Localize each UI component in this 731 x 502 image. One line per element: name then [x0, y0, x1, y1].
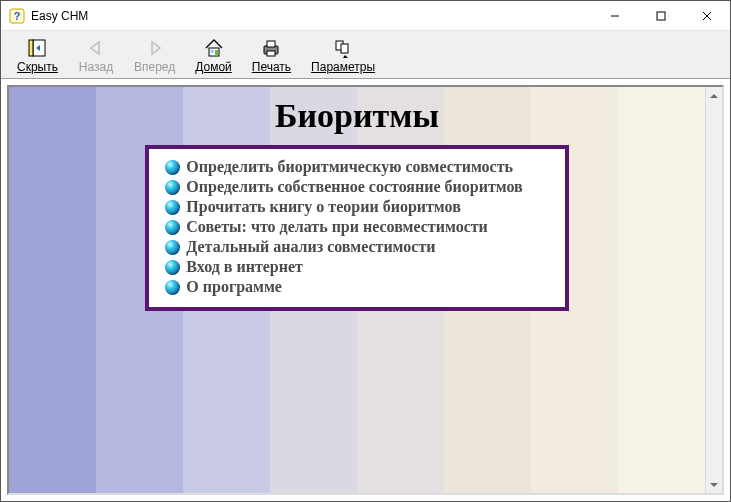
forward-arrow-icon	[144, 37, 166, 59]
help-viewer: Биоритмы Определить биоритмическую совме…	[7, 85, 724, 495]
globe-icon	[165, 280, 180, 295]
titlebar: ? Easy CHM	[1, 1, 730, 31]
link-text: Детальный анализ совместимости	[186, 238, 435, 256]
vertical-scrollbar[interactable]	[705, 87, 722, 493]
link-text: Определить биоритмическую совместимость	[186, 158, 513, 176]
back-arrow-icon	[85, 37, 107, 59]
svg-rect-15	[341, 44, 348, 53]
link-item[interactable]: Определить биоритмическую совместимость	[165, 157, 522, 177]
globe-icon	[165, 180, 180, 195]
globe-icon	[165, 200, 180, 215]
svg-rect-9	[215, 50, 218, 56]
help-page: Биоритмы Определить биоритмическую совме…	[9, 87, 705, 493]
page-title: Биоритмы	[9, 97, 705, 135]
app-icon: ?	[9, 8, 25, 24]
window-title: Easy CHM	[31, 9, 88, 23]
print-icon	[260, 37, 282, 59]
toolbar-print-button[interactable]: Печать	[242, 31, 301, 78]
content-frame: Биоритмы Определить биоритмическую совме…	[1, 79, 730, 501]
options-icon	[332, 37, 354, 59]
toolbar-hide-label: Скрыть	[17, 60, 58, 74]
svg-rect-13	[267, 51, 275, 56]
toolbar-options-label: Параметры	[311, 60, 375, 74]
link-item[interactable]: Детальный анализ совместимости	[165, 237, 522, 257]
link-item[interactable]: О программе	[165, 277, 522, 297]
toolbar-forward-label: Вперед	[134, 60, 175, 74]
hide-icon	[26, 37, 48, 59]
toolbar-print-label: Печать	[252, 60, 291, 74]
toolbar-back-label: Назад	[79, 60, 113, 74]
globe-icon	[165, 160, 180, 175]
link-text: Вход в интернет	[186, 258, 303, 276]
toolbar: Скрыть Назад Вперед Домой Печать Парамет…	[1, 31, 730, 79]
toolbar-options-button[interactable]: Параметры	[301, 31, 385, 78]
globe-icon	[165, 260, 180, 275]
link-text: Советы: что делать при несовместимости	[186, 218, 488, 236]
svg-rect-7	[29, 40, 33, 56]
toolbar-home-label: Домой	[195, 60, 232, 74]
home-icon	[203, 37, 225, 59]
toolbar-hide-button[interactable]: Скрыть	[7, 31, 68, 78]
toolbar-home-button[interactable]: Домой	[185, 31, 242, 78]
link-item[interactable]: Прочитать книгу о теории биоритмов	[165, 197, 522, 217]
svg-rect-12	[267, 41, 275, 47]
scroll-down-icon[interactable]	[706, 476, 723, 493]
globe-icon	[165, 220, 180, 235]
close-button[interactable]	[684, 1, 730, 31]
svg-text:?: ?	[14, 10, 21, 22]
scroll-up-icon[interactable]	[706, 87, 723, 104]
svg-rect-10	[210, 50, 213, 53]
link-text: Прочитать книгу о теории биоритмов	[186, 198, 460, 216]
toolbar-forward-button: Вперед	[124, 31, 185, 78]
minimize-button[interactable]	[592, 1, 638, 31]
toolbar-back-button: Назад	[68, 31, 124, 78]
link-item[interactable]: Определить собственное состояние биоритм…	[165, 177, 522, 197]
svg-rect-3	[657, 12, 665, 20]
link-item[interactable]: Советы: что делать при несовместимости	[165, 217, 522, 237]
maximize-button[interactable]	[638, 1, 684, 31]
link-text: Определить собственное состояние биоритм…	[186, 178, 522, 196]
globe-icon	[165, 240, 180, 255]
link-panel: Определить биоритмическую совместимость …	[145, 145, 568, 311]
link-text: О программе	[186, 278, 282, 296]
link-item[interactable]: Вход в интернет	[165, 257, 522, 277]
